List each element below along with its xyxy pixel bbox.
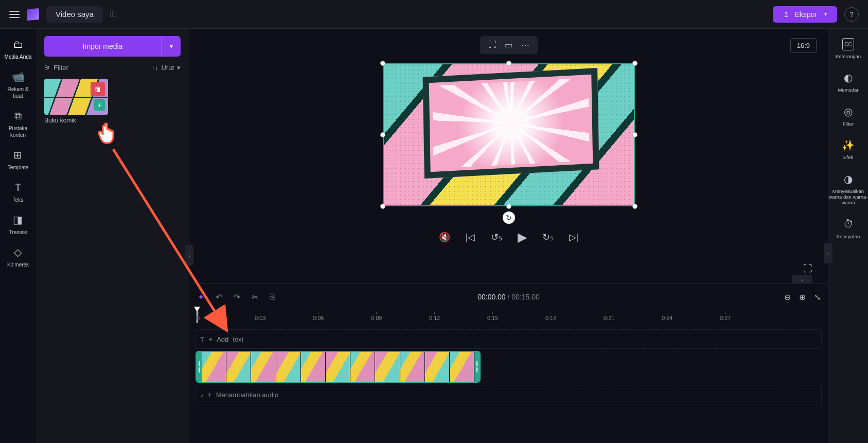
sidebar-item-library[interactable]: ⧉Pustaka konten xyxy=(0,110,36,138)
effects-icon: ✨ xyxy=(842,139,855,151)
right-rail-color[interactable]: ◑Menyesuaikan warna dan warna-warna xyxy=(828,173,868,206)
sidebar-item-record[interactable]: 📹Rekam & buat xyxy=(0,70,36,99)
clip-frame xyxy=(301,352,326,382)
zoom-out-icon[interactable]: ⊖ xyxy=(784,292,791,302)
app-logo xyxy=(27,8,39,21)
expand-timeline-button[interactable]: ⌄ xyxy=(792,275,812,283)
fit-icon[interactable]: ▭ xyxy=(504,40,514,50)
delete-media-button[interactable]: 🗑 xyxy=(91,82,105,96)
ruler-tick: 0 xyxy=(197,312,200,321)
video-clip[interactable] xyxy=(196,351,481,383)
import-media-button[interactable]: Impor media ▾ xyxy=(44,36,181,57)
right-rail-captions[interactable]: CCKeterangan xyxy=(836,38,861,59)
resize-handle[interactable] xyxy=(380,204,385,209)
plus-icon: + xyxy=(208,391,212,399)
clip-frame xyxy=(425,352,450,382)
chevron-down-icon: ▾ xyxy=(177,64,181,72)
crop-icon[interactable]: ⛶ xyxy=(487,40,498,50)
resize-handle[interactable] xyxy=(632,204,637,209)
text-track-icon: T xyxy=(200,335,204,343)
right-rail-filter[interactable]: ◎Filter xyxy=(843,105,854,127)
skip-start-icon[interactable]: |◁ xyxy=(466,232,475,243)
ruler-tick: 0:09 xyxy=(371,312,382,321)
resize-handle[interactable] xyxy=(506,61,511,66)
aspect-ratio-button[interactable]: 16:9 xyxy=(790,38,817,53)
ruler-tick: 0:15 xyxy=(487,312,498,321)
ruler-tick: 0:21 xyxy=(604,312,614,321)
collapse-panel-right[interactable]: › xyxy=(824,243,832,263)
resize-handle[interactable] xyxy=(380,61,385,66)
audio-mute-icon[interactable]: 🔇 xyxy=(439,232,450,243)
filter-button[interactable]: ⚞Filter xyxy=(44,64,68,72)
upload-icon: ↥ xyxy=(783,10,789,19)
ruler-tick: 0:06 xyxy=(313,312,324,321)
transition-icon: ◨ xyxy=(13,214,23,226)
rotate-handle[interactable]: ↻ xyxy=(503,211,515,224)
help-button[interactable]: ? xyxy=(844,7,859,22)
cut-icon[interactable]: ✂ xyxy=(252,292,258,302)
resize-handle[interactable] xyxy=(632,132,637,137)
hamburger-menu[interactable] xyxy=(9,11,20,18)
clip-frame xyxy=(202,352,226,382)
speed-icon: ⏱ xyxy=(843,218,854,231)
resize-handle[interactable] xyxy=(632,61,637,66)
clip-frame xyxy=(226,352,251,382)
sidebar-item-text[interactable]: TTeks xyxy=(11,181,26,203)
clip-frame xyxy=(375,352,400,382)
sidebar-item-brandkit[interactable]: ◇Kit merek xyxy=(5,246,31,268)
zoom-in-icon[interactable]: ⊕ xyxy=(799,292,806,302)
sort-icon: ↑↓ xyxy=(151,64,158,72)
right-rail-effects[interactable]: ✨Efek xyxy=(842,139,855,160)
right-rail-fade[interactable]: ◐Memudar xyxy=(838,72,858,93)
preview-canvas[interactable] xyxy=(383,63,635,206)
zoom-fit-icon[interactable]: ⤡ xyxy=(814,292,821,302)
sidebar-item-template[interactable]: ⊞Template xyxy=(6,149,31,171)
undo-icon[interactable]: ↶ xyxy=(216,292,222,302)
forward-5-icon[interactable]: ↻₅ xyxy=(542,232,554,243)
folder-icon: 🗀 xyxy=(13,38,23,50)
brand-icon: ◇ xyxy=(14,246,22,258)
visibility-off-icon[interactable]: 👁̸ xyxy=(110,9,117,20)
timeline-time: 00:00.00 / 00:15.00 xyxy=(477,293,540,301)
clip-frame xyxy=(326,352,350,382)
filter-icon: ⚞ xyxy=(44,64,50,72)
clip-frame xyxy=(276,352,301,382)
play-button[interactable]: ▶ xyxy=(518,230,527,244)
filter-circle-icon: ◎ xyxy=(844,105,853,118)
magic-icon[interactable]: ✦ xyxy=(198,292,204,302)
library-icon: ⧉ xyxy=(14,110,22,122)
ruler-tick: 0:03 xyxy=(255,312,265,321)
media-thumbnail[interactable]: 🗑 + Buku komik xyxy=(44,79,108,124)
more-icon[interactable]: ⋯ xyxy=(520,40,530,50)
clip-frame xyxy=(400,352,425,382)
ruler-tick: 0:12 xyxy=(429,312,440,321)
text-icon: T xyxy=(15,181,21,193)
right-rail-speed[interactable]: ⏱Kecepatan xyxy=(837,218,860,239)
sidebar-item-media[interactable]: 🗀Media Anda xyxy=(3,38,34,60)
import-dropdown[interactable]: ▾ xyxy=(161,36,181,57)
clip-handle-left[interactable] xyxy=(197,352,202,382)
add-media-button[interactable]: + xyxy=(94,99,105,111)
skip-end-icon[interactable]: ▷| xyxy=(569,232,579,243)
ruler-tick: 0:18 xyxy=(545,312,556,321)
sort-button[interactable]: ↑↓Urut▾ xyxy=(151,64,181,72)
text-track[interactable]: T + Add text xyxy=(196,329,822,349)
redo-icon[interactable]: ↷ xyxy=(234,292,240,302)
chevron-down-icon: ▾ xyxy=(824,11,827,17)
export-button[interactable]: ↥ Ekspor ▾ xyxy=(773,6,837,23)
resize-handle[interactable] xyxy=(506,204,511,209)
clip-handle-right[interactable] xyxy=(474,352,480,382)
plus-icon: + xyxy=(208,335,212,343)
rewind-5-icon[interactable]: ↺₅ xyxy=(491,232,502,243)
project-title[interactable]: Video saya xyxy=(46,6,103,23)
copy-icon[interactable]: ⎘ xyxy=(270,292,275,302)
clip-frame xyxy=(450,352,474,382)
sidebar-item-transition[interactable]: ◨Transisi xyxy=(7,214,29,236)
music-icon: ♪ xyxy=(200,391,204,399)
export-label: Ekspor xyxy=(794,10,817,19)
fullscreen-icon[interactable]: ⛶ xyxy=(803,263,812,274)
timeline-ruler[interactable]: 00:030:060:090:120:150:180:210:240:27 xyxy=(189,310,828,323)
audio-track[interactable]: ♪ + Menambahkan audio xyxy=(196,385,822,404)
ruler-tick: 0:27 xyxy=(720,312,731,321)
resize-handle[interactable] xyxy=(380,132,385,137)
